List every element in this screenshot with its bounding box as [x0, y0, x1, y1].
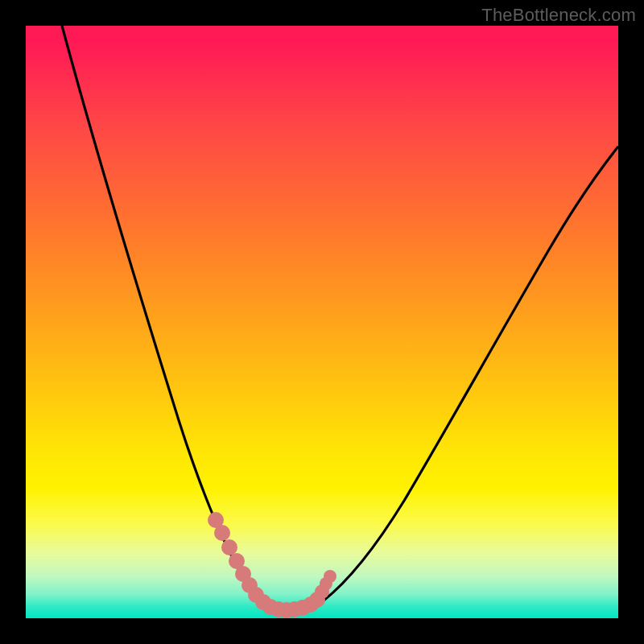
svg-point-2: [221, 539, 237, 555]
curve-svg: [26, 26, 618, 618]
chart-frame: TheBottleneck.com: [0, 0, 644, 644]
highlight-markers: [208, 512, 336, 618]
plot-area: [26, 26, 618, 618]
bottleneck-curve: [62, 26, 618, 615]
svg-point-17: [324, 570, 336, 583]
svg-point-1: [214, 525, 230, 541]
watermark-text: TheBottleneck.com: [481, 5, 636, 26]
